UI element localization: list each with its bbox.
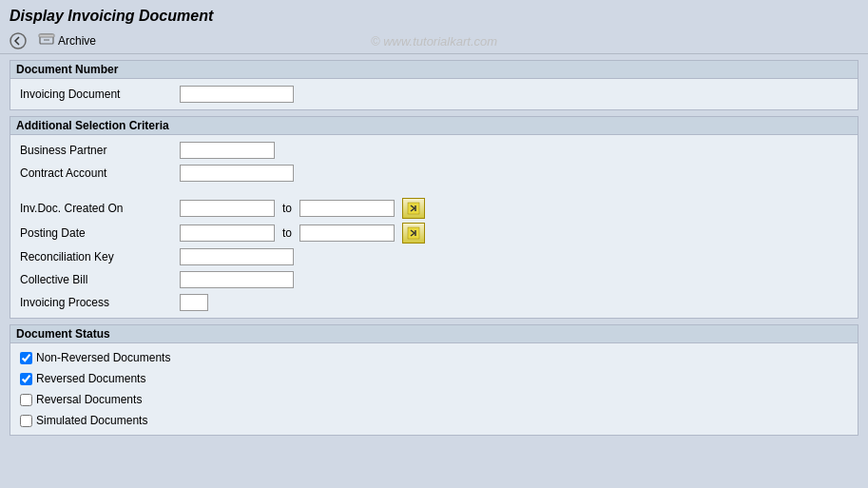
simulated-documents-label: Simulated Documents: [36, 414, 147, 427]
business-partner-input[interactable]: [180, 142, 275, 159]
additional-criteria-body: Business Partner Contract Account Inv.Do…: [10, 135, 858, 318]
svg-rect-2: [39, 34, 54, 37]
toolbar: Archive © www.tutorialkart.com: [0, 29, 868, 54]
document-number-body: Invoicing Document: [10, 79, 858, 109]
posting-date-to-label: to: [282, 226, 292, 240]
posting-date-to-input[interactable]: [299, 224, 395, 242]
simulated-documents-row: Simulated Documents: [20, 412, 848, 429]
inv-doc-created-nav-button[interactable]: [402, 198, 425, 219]
business-partner-label: Business Partner: [20, 144, 172, 157]
reconciliation-key-input[interactable]: [180, 248, 294, 265]
additional-criteria-section: Additional Selection Criteria Business P…: [10, 116, 858, 319]
reversed-documents-label: Reversed Documents: [36, 372, 145, 385]
watermark: © www.tutorialkart.com: [371, 34, 497, 49]
invoicing-process-row: Invoicing Process: [20, 293, 848, 312]
contract-account-row: Contract Account: [20, 164, 848, 183]
contract-account-label: Contract Account: [20, 166, 172, 180]
posting-date-from-input[interactable]: [180, 224, 275, 242]
reversed-documents-row: Reversed Documents: [20, 370, 848, 387]
document-status-section: Document Status Non-Reversed Documents R…: [10, 324, 858, 436]
inv-doc-created-row: Inv.Doc. Created On to: [20, 198, 848, 219]
non-reversed-checkbox[interactable]: [20, 352, 32, 364]
archive-label: Archive: [58, 34, 96, 48]
document-number-header: Document Number: [10, 61, 858, 79]
reversed-documents-checkbox[interactable]: [20, 373, 32, 385]
posting-date-row: Posting Date to: [20, 223, 848, 244]
collective-bill-label: Collective Bill: [20, 273, 172, 286]
title-bar: Display Invoicing Document: [0, 0, 868, 29]
posting-date-nav-button[interactable]: [402, 223, 425, 244]
document-status-body: Non-Reversed Documents Reversed Document…: [10, 343, 858, 435]
page-title: Display Invoicing Document: [10, 8, 213, 25]
non-reversed-row: Non-Reversed Documents: [20, 349, 848, 366]
svg-point-0: [10, 33, 26, 49]
collective-bill-input[interactable]: [180, 271, 294, 288]
business-partner-row: Business Partner: [20, 141, 848, 160]
invoicing-document-row: Invoicing Document: [20, 85, 848, 104]
invoicing-document-label: Invoicing Document: [20, 88, 172, 101]
additional-criteria-header: Additional Selection Criteria: [10, 117, 858, 135]
collective-bill-row: Collective Bill: [20, 270, 848, 289]
archive-button[interactable]: Archive: [38, 32, 96, 49]
invoicing-document-input[interactable]: [180, 86, 294, 103]
posting-date-label: Posting Date: [20, 226, 172, 240]
back-button[interactable]: [10, 32, 27, 49]
reconciliation-key-row: Reconciliation Key: [20, 247, 848, 266]
inv-doc-created-label: Inv.Doc. Created On: [20, 202, 172, 215]
main-content: Document Number Invoicing Document Addit…: [0, 54, 868, 441]
invoicing-process-input[interactable]: [180, 294, 208, 311]
invoicing-process-label: Invoicing Process: [20, 296, 172, 309]
contract-account-input[interactable]: [180, 165, 294, 182]
reversal-documents-label: Reversal Documents: [36, 393, 142, 406]
reversal-documents-checkbox[interactable]: [20, 394, 32, 406]
archive-icon: [38, 32, 55, 49]
reconciliation-key-label: Reconciliation Key: [20, 250, 172, 264]
document-number-section: Document Number Invoicing Document: [10, 60, 858, 110]
inv-doc-created-from-input[interactable]: [180, 200, 275, 217]
back-icon: [10, 32, 27, 49]
reversal-documents-row: Reversal Documents: [20, 391, 848, 408]
inv-doc-created-to-input[interactable]: [299, 200, 395, 217]
simulated-documents-checkbox[interactable]: [20, 415, 32, 427]
inv-doc-created-to-label: to: [282, 202, 292, 215]
document-status-header: Document Status: [10, 325, 858, 343]
non-reversed-label: Non-Reversed Documents: [36, 351, 170, 364]
